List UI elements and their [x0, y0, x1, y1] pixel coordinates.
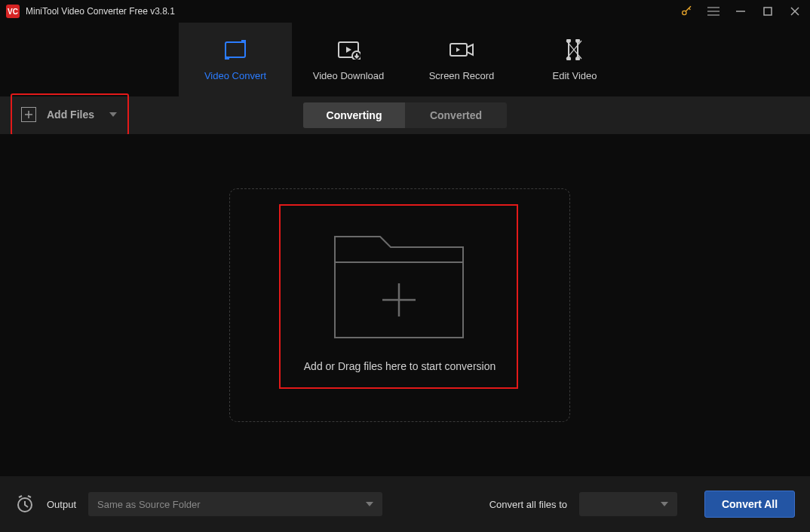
add-files-button[interactable]: Add Files [11, 93, 129, 136]
svg-point-17 [576, 57, 579, 60]
record-icon [449, 38, 474, 61]
titlebar: VC MiniTool Video Converter Free v3.8.1 [0, 0, 810, 23]
tab-edit-video[interactable]: Edit Video [518, 23, 631, 96]
svg-point-15 [576, 39, 579, 42]
svg-marker-13 [456, 47, 460, 52]
app-logo: VC [6, 5, 20, 18]
content-area: Add or Drag files here to start conversi… [0, 134, 810, 476]
convert-to-label: Convert all files to [489, 499, 567, 510]
folder-add-icon[interactable] [332, 232, 466, 341]
tab-label: Edit Video [552, 70, 597, 81]
add-files-label: Add Files [47, 109, 94, 121]
chevron-down-icon [366, 502, 373, 506]
subtab-converted[interactable]: Converted [405, 102, 507, 128]
toolbar: Add Files Converting Converted [0, 96, 810, 134]
download-icon [336, 38, 361, 61]
svg-rect-8 [226, 42, 245, 57]
clock-icon[interactable] [15, 494, 35, 514]
main-tabs: Video Convert Video Download Screen Reco… [0, 23, 810, 96]
tab-screen-record[interactable]: Screen Record [405, 23, 518, 96]
format-select[interactable] [579, 492, 677, 516]
subtab-converting[interactable]: Converting [303, 102, 405, 128]
svg-point-16 [567, 57, 570, 60]
sub-tabs: Converting Converted [303, 102, 507, 128]
convert-all-button[interactable]: Convert All [704, 491, 795, 518]
tab-label: Video Download [313, 70, 384, 81]
key-icon[interactable] [680, 5, 692, 17]
chevron-down-icon [109, 112, 117, 117]
tab-video-convert[interactable]: Video Convert [179, 23, 292, 96]
menu-icon[interactable] [707, 5, 719, 17]
minimize-icon[interactable] [735, 5, 747, 17]
svg-point-14 [567, 39, 570, 42]
plus-icon [21, 107, 36, 122]
bottom-bar: Output Same as Source Folder Convert all… [0, 476, 810, 532]
convert-icon [223, 38, 247, 61]
output-folder-select[interactable]: Same as Source Folder [88, 492, 382, 516]
maximize-icon[interactable] [762, 5, 774, 17]
svg-rect-5 [764, 8, 772, 15]
tab-video-download[interactable]: Video Download [292, 23, 405, 96]
output-label: Output [47, 499, 76, 510]
drop-hint: Add or Drag files here to start conversi… [229, 360, 570, 372]
chevron-down-icon [661, 502, 668, 506]
output-folder-value: Same as Source Folder [97, 499, 201, 510]
close-icon[interactable] [789, 5, 801, 17]
app-title: MiniTool Video Converter Free v3.8.1 [26, 6, 175, 17]
edit-icon [564, 38, 585, 61]
tab-label: Video Convert [204, 70, 266, 81]
tab-label: Screen Record [429, 70, 495, 81]
svg-marker-10 [346, 47, 351, 53]
